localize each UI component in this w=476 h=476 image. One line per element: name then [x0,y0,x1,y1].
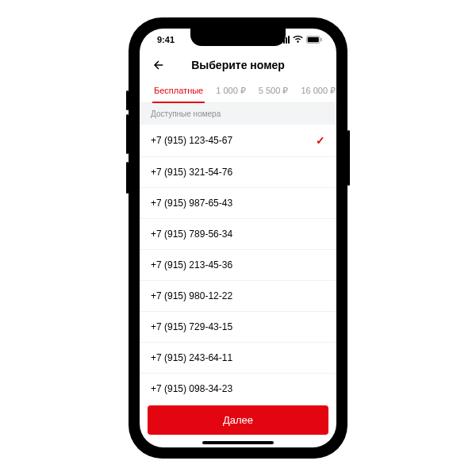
tab-0[interactable]: Бесплатные [148,81,209,102]
check-icon: ✓ [316,134,325,147]
number-value: +7 (915) 729-43-15 [151,321,232,332]
number-row[interactable]: +7 (915) 789-56-34 [140,219,336,250]
continue-button[interactable]: Далее [148,405,328,435]
status-time: 9:41 [157,35,175,44]
number-value: +7 (915) 987-65-43 [151,198,232,209]
svg-rect-1 [308,37,319,43]
number-value: +7 (915) 213-45-36 [151,259,232,271]
number-row[interactable]: +7 (915) 213-45-36 [140,250,336,281]
number-value: +7 (915) 098-34-23 [151,383,232,394]
wifi-icon [293,36,303,44]
section-label: Доступные номера [140,103,336,125]
bottom-bar: Далее [140,399,336,441]
price-tabs: Бесплатные1 000 ₽5 500 ₽16 000 ₽ [140,81,336,103]
number-row[interactable]: +7 (915) 987-65-43 [140,188,336,219]
number-value: +7 (915) 243-64-11 [151,352,232,363]
tab-2[interactable]: 5 500 ₽ [252,81,295,102]
tab-3[interactable]: 16 000 ₽ [294,81,336,102]
device-frame: 9:41 Выберите номер Бесплатные1 000 ₽5 5… [130,19,346,457]
page-title: Выберите номер [149,59,327,71]
number-value: +7 (915) 123-45-67 [151,135,232,146]
number-value: +7 (915) 980-12-22 [151,290,232,301]
number-row[interactable]: +7 (915) 980-12-22 [140,281,336,312]
number-value: +7 (915) 789-56-34 [151,228,232,240]
tab-1[interactable]: 1 000 ₽ [209,81,252,102]
screen: 9:41 Выберите номер Бесплатные1 000 ₽5 5… [140,29,336,447]
number-row[interactable]: +7 (915) 729-43-15 [140,312,336,343]
number-row[interactable]: +7 (915) 243-64-11 [140,343,336,374]
battery-icon [306,36,322,44]
number-row[interactable]: +7 (915) 321-54-76 [140,157,336,188]
number-value: +7 (915) 321-54-76 [151,167,232,178]
notch [190,29,286,46]
number-row[interactable]: +7 (915) 098-34-23 [140,374,336,399]
header: Выберите номер [140,51,336,81]
number-row[interactable]: +7 (915) 123-45-67✓ [140,125,336,157]
numbers-list[interactable]: +7 (915) 123-45-67✓+7 (915) 321-54-76+7 … [140,125,336,399]
home-indicator [202,441,274,444]
svg-rect-2 [321,38,321,41]
